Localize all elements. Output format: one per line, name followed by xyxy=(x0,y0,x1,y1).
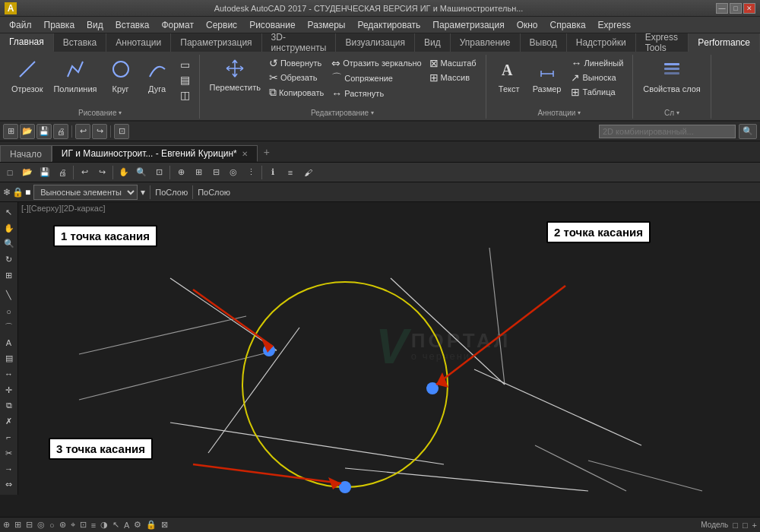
btn-line[interactable]: Отрезок xyxy=(8,56,46,96)
lp-zoom[interactable]: 🔍 xyxy=(2,236,17,251)
layers-group-label[interactable]: Сл ▾ xyxy=(664,109,679,117)
tab-3d[interactable]: 3D-инструменты xyxy=(262,33,337,52)
tab-parametrize[interactable]: Параметризация xyxy=(171,33,261,52)
btn-linear[interactable]: ↔ Линейный xyxy=(568,56,626,70)
lp-move[interactable]: ✛ xyxy=(2,383,17,397)
btn-array[interactable]: ⊞ Массив xyxy=(426,71,480,84)
lp-circle[interactable]: ○ xyxy=(2,304,17,318)
status-polar[interactable]: ◎ xyxy=(37,520,45,530)
tb2-redo[interactable]: ↪ xyxy=(93,164,110,181)
new-tab-button[interactable]: + xyxy=(258,144,276,160)
tab-start[interactable]: Начало xyxy=(0,145,52,162)
tab-performance[interactable]: Performance xyxy=(689,33,760,52)
status-plus[interactable]: + xyxy=(752,521,757,530)
lp-pan[interactable]: ✋ xyxy=(2,221,17,236)
tb2-osnap[interactable]: ⊕ xyxy=(173,164,189,181)
menu-insert[interactable]: Вставка xyxy=(109,17,156,33)
tb2-undo[interactable]: ↩ xyxy=(76,164,93,181)
qa-open[interactable]: 📂 xyxy=(20,124,35,139)
status-lock[interactable]: 🔒 xyxy=(146,520,157,530)
layer-dropdown-arrow[interactable]: ▾ xyxy=(141,187,145,198)
draw-group-label[interactable]: Рисование ▾ xyxy=(78,109,122,117)
tab-viz[interactable]: Визуализация xyxy=(336,33,415,52)
tb2-print[interactable]: 🖨 xyxy=(54,164,71,181)
tb2-zoom[interactable]: 🔍 xyxy=(133,164,150,181)
btn-rect[interactable]: ▭ xyxy=(177,58,193,71)
layer-dropdown[interactable]: Выносные элементы xyxy=(33,185,138,200)
tab-home[interactable]: Главная xyxy=(0,33,54,52)
lp-select[interactable]: ↖ xyxy=(2,205,17,220)
btn-scale[interactable]: ⊠ Масштаб xyxy=(426,56,480,70)
menu-edit2[interactable]: Редактировать xyxy=(351,17,426,33)
tab-close-btn[interactable]: ✕ xyxy=(242,150,248,158)
tb2-pan[interactable]: ✋ xyxy=(116,164,132,181)
lp-extend[interactable]: → xyxy=(2,462,17,477)
qa-print[interactable]: 🖨 xyxy=(53,124,68,139)
tab-express[interactable]: Express Tools xyxy=(636,33,689,52)
status-layout2[interactable]: □ xyxy=(743,521,748,530)
btn-circle[interactable]: Круг xyxy=(104,56,138,96)
menu-view[interactable]: Вид xyxy=(81,17,109,33)
lp-copy[interactable]: ⧉ xyxy=(2,399,17,413)
lp-text[interactable]: A xyxy=(2,336,17,350)
lp-mirror[interactable]: ⇔ xyxy=(2,477,17,492)
btn-mirror[interactable]: ⇔ Отразить зеркально xyxy=(328,56,424,70)
tab-addons[interactable]: Надстройки xyxy=(567,33,636,52)
minimize-button[interactable]: — xyxy=(716,3,728,14)
status-lw[interactable]: ≡ xyxy=(91,521,96,530)
qa-workspace[interactable]: ⊡ xyxy=(114,124,129,139)
lp-line[interactable]: ╲ xyxy=(2,288,17,302)
status-layout1[interactable]: □ xyxy=(733,521,738,530)
btn-layer-props[interactable]: Свойства слоя xyxy=(639,56,704,96)
btn-hatch[interactable]: ▤ xyxy=(177,73,193,87)
status-osnap[interactable]: ○ xyxy=(49,521,55,530)
tb2-matchprop[interactable]: 🖌 xyxy=(299,164,316,181)
btn-dimension[interactable]: Размер xyxy=(529,56,565,96)
btn-fillet[interactable]: ⌒ Сопряжение xyxy=(328,71,424,86)
tb2-grid[interactable]: ⊟ xyxy=(207,164,224,181)
qa-save[interactable]: 💾 xyxy=(36,124,52,139)
lp-dim[interactable]: ↔ xyxy=(2,367,17,382)
status-ortho[interactable]: ⊟ xyxy=(26,520,33,530)
layer-lock-icon[interactable]: 🔒 xyxy=(12,187,24,198)
menu-window[interactable]: Окно xyxy=(511,17,544,33)
status-grid[interactable]: ⊞ xyxy=(14,520,21,530)
menu-params[interactable]: Параметризация xyxy=(426,17,510,33)
tb2-ortho[interactable]: ⊞ xyxy=(190,164,207,181)
tab-insert[interactable]: Вставка xyxy=(54,33,107,52)
btn-rotate[interactable]: ↺ Повернуть xyxy=(266,56,327,70)
btn-gradient[interactable]: ◫ xyxy=(177,88,193,102)
tb2-new[interactable]: □ xyxy=(2,164,18,181)
lp-arc[interactable]: ⌒ xyxy=(2,320,17,334)
btn-move[interactable]: Переместить xyxy=(206,56,264,94)
status-ws[interactable]: ⚙ xyxy=(134,520,141,530)
lp-fillet[interactable]: ⌐ xyxy=(2,430,17,445)
btn-leader[interactable]: ↗ Выноска xyxy=(568,71,626,84)
lp-trim[interactable]: ✂ xyxy=(2,446,17,461)
btn-trim[interactable]: ✂ Обрезать xyxy=(266,71,327,84)
tab-view[interactable]: Вид xyxy=(415,33,451,52)
btn-text[interactable]: A Текст xyxy=(492,56,526,96)
tb2-props[interactable]: ℹ xyxy=(264,164,281,181)
lp-orbit[interactable]: ↻ xyxy=(2,252,17,267)
tb2-polar[interactable]: ◎ xyxy=(225,164,242,181)
status-sel[interactable]: ↖ xyxy=(112,520,119,530)
tb2-snap[interactable]: ⋮ xyxy=(242,164,259,181)
tb2-zoom-extents[interactable]: ⊡ xyxy=(150,164,167,181)
status-hardw[interactable]: ⊠ xyxy=(161,520,168,530)
search-button[interactable]: 🔍 xyxy=(739,124,757,139)
search-input[interactable] xyxy=(599,125,736,138)
status-snap[interactable]: ⊕ xyxy=(3,520,10,530)
status-dyn[interactable]: ⊡ xyxy=(80,520,87,530)
tab-output[interactable]: Вывод xyxy=(521,33,567,52)
menu-edit[interactable]: Правка xyxy=(38,17,81,33)
status-trans[interactable]: ◑ xyxy=(100,520,108,530)
qa-undo[interactable]: ↩ xyxy=(75,124,90,139)
canvas-area[interactable]: [-][Сверху][2D-каркас] V ПОРТАЛ о черчен… xyxy=(18,202,760,495)
lp-viewcube[interactable]: ⊞ xyxy=(2,268,17,283)
btn-polyline[interactable]: Полилиния xyxy=(49,56,100,96)
annotation-group-label[interactable]: Аннотации ▾ xyxy=(537,109,581,117)
tab-manage[interactable]: Управление xyxy=(451,33,521,52)
layer-color-icon[interactable]: ■ xyxy=(25,187,30,198)
menu-service[interactable]: Сервис xyxy=(200,17,243,33)
